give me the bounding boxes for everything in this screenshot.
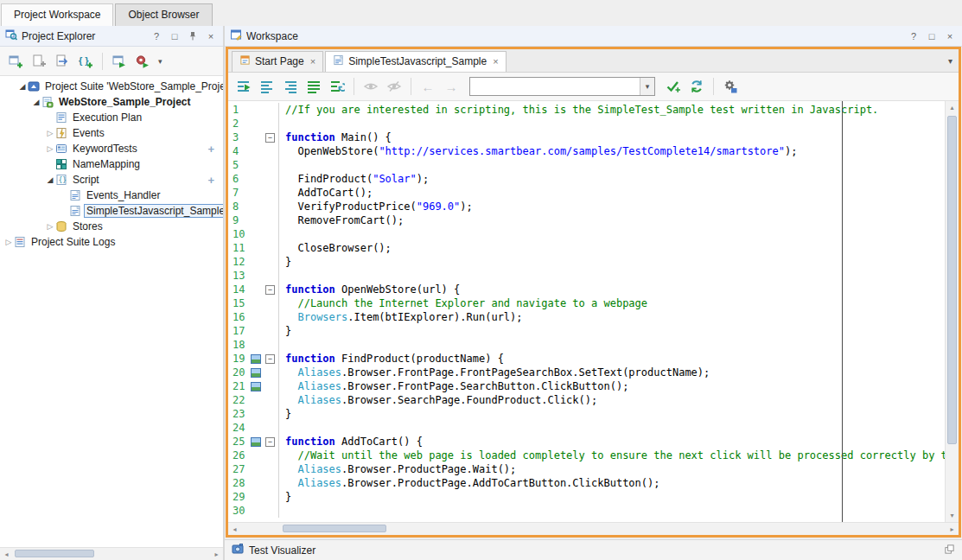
close-button[interactable]: × <box>204 29 218 43</box>
add-project-item-button[interactable] <box>5 51 26 72</box>
code-line-16[interactable]: 16 Browsers.Item(btIExplorer).Run(url); <box>228 310 945 324</box>
visualizer-frame-icon[interactable] <box>251 368 261 378</box>
pin-button[interactable] <box>186 29 200 43</box>
tab-project-workspace[interactable]: Project Workspace <box>1 3 113 26</box>
tree-item-stores[interactable]: ▷Stores <box>0 219 223 234</box>
tree-item-events[interactable]: ▷Events <box>0 125 223 141</box>
refresh-record-button[interactable] <box>686 76 707 97</box>
code-line-14[interactable]: 14−function OpenWebStore(url) { <box>228 283 945 296</box>
run-routine-button[interactable] <box>233 76 254 97</box>
code-line-30[interactable]: 30 <box>228 504 945 518</box>
tree-expand-icon[interactable]: ▷ <box>45 129 55 137</box>
test-visualizer-bar[interactable]: Test Visualizer <box>225 539 962 560</box>
tree-item-execution-plan[interactable]: Execution Plan <box>0 110 223 125</box>
code-line-5[interactable]: 5 <box>228 158 945 172</box>
align-left-button[interactable] <box>257 76 277 97</box>
fold-collapse-icon[interactable]: − <box>265 437 275 447</box>
code-line-29[interactable]: 29} <box>228 490 945 504</box>
fold-collapse-icon[interactable]: − <box>265 133 275 143</box>
navigate-forward-button[interactable]: → <box>441 76 462 97</box>
code-line-19[interactable]: 19−function FindProduct(productName) { <box>228 352 945 366</box>
scroll-right-icon[interactable]: ▸ <box>210 548 223 560</box>
code-line-28[interactable]: 28 Aliases.Browser.ProductPage.AddToCart… <box>228 476 945 490</box>
add-child-item-button[interactable]: + <box>207 143 214 156</box>
visualizer-frame-icon[interactable] <box>251 437 261 447</box>
visualizer-frame-icon[interactable] <box>251 382 261 391</box>
editor-settings-button[interactable] <box>720 76 741 97</box>
add-script-button[interactable]: { } <box>75 51 96 72</box>
fold-collapse-icon[interactable]: − <box>265 354 275 364</box>
code-line-3[interactable]: 3−function Main() { <box>228 130 945 144</box>
check-syntax-button[interactable] <box>663 76 684 97</box>
visualizer-frame-icon[interactable] <box>251 354 261 364</box>
code-line-17[interactable]: 17} <box>228 324 945 338</box>
code-line-23[interactable]: 23} <box>228 407 945 421</box>
project-explorer-hscrollbar[interactable]: ◂ ▸ <box>0 547 223 560</box>
tree-item-webstore-sample-project[interactable]: ◢WebStore_Sample_Project <box>0 94 223 110</box>
add-child-item-button[interactable]: + <box>207 174 214 187</box>
undock-icon[interactable] <box>944 544 955 557</box>
code-line-20[interactable]: 20 Aliases.Browser.FrontPage.FrontPageSe… <box>228 366 945 379</box>
tree-item-keywordtests[interactable]: ▷KeywordTests+ <box>0 141 223 156</box>
code-line-9[interactable]: 9 RemoveFromCart(); <box>228 213 945 227</box>
tree-collapse-icon[interactable]: ◢ <box>31 98 41 106</box>
run-project-button[interactable] <box>109 51 130 72</box>
show-visualizer-frames-button[interactable] <box>360 76 381 97</box>
doc-tab-simpletestjavascript-sample[interactable]: SimpleTestJavascript_Sample × <box>325 51 506 72</box>
tree-expand-icon[interactable]: ▷ <box>45 222 55 231</box>
run-dropdown-button[interactable]: ▾ <box>156 57 165 66</box>
maximize-button[interactable]: □ <box>168 29 182 43</box>
scroll-track[interactable] <box>13 548 210 560</box>
combobox-dropdown-button[interactable]: ▾ <box>640 78 654 95</box>
doc-tab-start-page[interactable]: Start Page × <box>232 51 323 72</box>
editor-hscrollbar[interactable]: ◂ ▸ <box>228 522 959 535</box>
run-test-button[interactable] <box>132 51 153 72</box>
scroll-down-icon[interactable]: ▾ <box>946 509 959 522</box>
scroll-right-icon[interactable]: ▸ <box>946 523 959 536</box>
scroll-track[interactable] <box>241 523 946 535</box>
code-line-21[interactable]: 21 Aliases.Browser.FrontPage.SearchButto… <box>228 379 945 393</box>
align-right-button[interactable] <box>280 76 301 97</box>
code-line-18[interactable]: 18 <box>228 338 945 352</box>
maximize-button[interactable]: □ <box>925 29 939 43</box>
scroll-left-icon[interactable]: ◂ <box>0 548 13 560</box>
navigate-back-button[interactable]: ← <box>417 76 438 97</box>
code-line-6[interactable]: 6 FindProduct("Solar"); <box>228 172 945 186</box>
tree-expand-icon[interactable]: ▷ <box>45 144 55 153</box>
code-line-27[interactable]: 27 Aliases.Browser.ProductPage.Wait(); <box>228 462 945 476</box>
project-tree[interactable]: ◢Project Suite 'WebStore_Sample_Project_… <box>0 76 223 547</box>
close-tab-icon[interactable]: × <box>310 56 315 67</box>
tree-item-project-suite-logs[interactable]: ▷Project Suite Logs <box>0 234 223 250</box>
align-justify-button[interactable] <box>303 76 324 97</box>
code-line-2[interactable]: 2 <box>228 117 945 130</box>
editor-vscrollbar[interactable]: ▴ ▾ <box>945 101 959 522</box>
scroll-track[interactable] <box>946 114 959 509</box>
tree-item-script[interactable]: ◢{}Script+ <box>0 172 223 188</box>
tree-item-events-handler[interactable]: Events_Handler <box>0 188 223 203</box>
code-line-15[interactable]: 15 //Launch the Internet Explorer and na… <box>228 296 945 310</box>
add-existing-item-button[interactable] <box>29 51 49 72</box>
format-code-button[interactable] <box>327 76 347 97</box>
code-area[interactable]: 1//If you are interested in scripting, t… <box>228 101 945 522</box>
import-item-button[interactable] <box>52 51 73 72</box>
scroll-thumb[interactable] <box>15 550 94 557</box>
code-line-10[interactable]: 10 <box>228 227 945 241</box>
code-line-26[interactable]: 26 //Wait until the web page is loaded c… <box>228 449 945 462</box>
tree-collapse-icon[interactable]: ◢ <box>17 82 28 91</box>
fold-collapse-icon[interactable]: − <box>265 285 275 295</box>
code-line-25[interactable]: 25−function AddToCart() { <box>228 435 945 449</box>
code-line-4[interactable]: 4 OpenWebStore("http://services.smartbea… <box>228 144 945 158</box>
code-line-8[interactable]: 8 VerifyProductPrice("969.0"); <box>228 200 945 213</box>
tree-collapse-icon[interactable]: ◢ <box>45 175 55 184</box>
tree-item-namemapping[interactable]: NameMapping <box>0 156 223 172</box>
tree-expand-icon[interactable]: ▷ <box>3 238 14 246</box>
close-tab-icon[interactable]: × <box>493 56 498 67</box>
code-line-13[interactable]: 13 <box>228 269 945 283</box>
code-line-7[interactable]: 7 AddToCart(); <box>228 186 945 200</box>
scroll-thumb[interactable] <box>947 116 957 444</box>
help-button[interactable]: ? <box>907 29 921 43</box>
tree-item-project-suite-webstore-sample-project-su[interactable]: ◢Project Suite 'WebStore_Sample_Project_… <box>0 79 223 94</box>
code-line-24[interactable]: 24 <box>228 421 945 435</box>
tab-object-browser[interactable]: Object Browser <box>115 3 212 26</box>
tree-item-simpletestjavascript-sample[interactable]: SimpleTestJavascript_Sample <box>0 203 223 219</box>
